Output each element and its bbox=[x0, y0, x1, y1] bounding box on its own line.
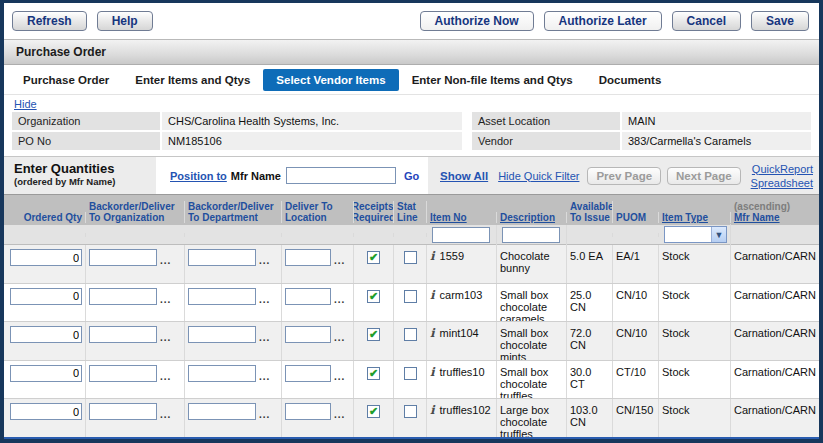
tab-enter-items-and-qtys[interactable]: Enter Items and Qtys bbox=[122, 69, 263, 91]
backorder-dept-input[interactable] bbox=[188, 249, 256, 266]
backorder-dept-lookup-button[interactable]: ... bbox=[259, 332, 270, 343]
position-to-mfr-name-input[interactable] bbox=[286, 167, 396, 184]
deliver-location-input[interactable] bbox=[285, 288, 331, 305]
go-link[interactable]: Go bbox=[404, 170, 419, 182]
item-no: 1559 bbox=[440, 250, 464, 262]
backorder-dept-input[interactable] bbox=[188, 365, 256, 382]
cancel-button[interactable]: Cancel bbox=[672, 11, 741, 31]
col-header-receipts-required: Receipts Required bbox=[354, 201, 394, 223]
stat-line-checkbox[interactable] bbox=[404, 328, 417, 341]
prev-page-button[interactable]: Prev Page bbox=[587, 167, 661, 185]
backorder-dept-lookup-button[interactable]: ... bbox=[259, 409, 270, 420]
authorize-later-button[interactable]: Authorize Later bbox=[544, 11, 662, 31]
receipts-required-checkbox[interactable]: ✔ bbox=[367, 405, 380, 418]
purchase-order-window: Refresh Help Authorize Now Authorize Lat… bbox=[0, 0, 823, 443]
item-info-icon[interactable]: i bbox=[430, 288, 435, 302]
enter-quantities-bar: Enter Quantities (ordered by Mfr Name) P… bbox=[4, 156, 819, 194]
receipts-required-checkbox[interactable]: ✔ bbox=[367, 367, 380, 380]
checkmark: ✔ bbox=[369, 368, 378, 379]
spreadsheet-link[interactable]: Spreadsheet bbox=[751, 176, 813, 190]
deliver-location-input[interactable] bbox=[285, 326, 331, 343]
quickreport-link[interactable]: QuickReport bbox=[751, 162, 813, 176]
backorder-dept-input[interactable] bbox=[188, 403, 256, 420]
item-type: Stock bbox=[662, 324, 690, 358]
po-no-label: PO No bbox=[12, 132, 160, 150]
position-to-link[interactable]: Position to bbox=[170, 170, 227, 182]
item-info-icon[interactable]: i bbox=[430, 365, 435, 379]
deliver-location-input[interactable] bbox=[285, 403, 331, 420]
dropdown-arrow-icon: ▼ bbox=[711, 227, 726, 242]
filter-item-no-input[interactable] bbox=[432, 227, 490, 243]
col-header-item-no-sort-link[interactable]: Item No bbox=[430, 212, 467, 223]
item-info-icon[interactable]: i bbox=[430, 326, 435, 340]
save-button[interactable]: Save bbox=[751, 11, 809, 31]
hide-link[interactable]: Hide bbox=[14, 98, 37, 110]
deliver-location-lookup-button[interactable]: ... bbox=[334, 409, 345, 420]
filter-description-input[interactable] bbox=[502, 227, 560, 243]
backorder-dept-lookup-button[interactable]: ... bbox=[259, 371, 270, 382]
deliver-location-input[interactable] bbox=[285, 365, 331, 382]
backorder-org-input[interactable] bbox=[89, 249, 157, 266]
refresh-button[interactable]: Refresh bbox=[12, 11, 87, 31]
item-info-icon[interactable]: i bbox=[430, 249, 435, 263]
tab-enter-non-file-items-and-qtys[interactable]: Enter Non-file Items and Qtys bbox=[399, 69, 586, 91]
stat-line-checkbox[interactable] bbox=[404, 405, 417, 418]
ordered-qty-input[interactable] bbox=[10, 365, 82, 382]
item-type: Stock bbox=[662, 363, 690, 397]
backorder-dept-input[interactable] bbox=[188, 326, 256, 343]
tab-select-vendor-items[interactable]: Select Vendor Items bbox=[263, 69, 398, 91]
backorder-dept-lookup-button[interactable]: ... bbox=[259, 294, 270, 305]
receipts-required-checkbox[interactable]: ✔ bbox=[367, 290, 380, 303]
backorder-org-lookup-button[interactable]: ... bbox=[160, 332, 171, 343]
backorder-org-lookup-button[interactable]: ... bbox=[160, 294, 171, 305]
col-header-mfr-name: (ascending) Mfr Name bbox=[731, 201, 819, 223]
tab-documents[interactable]: Documents bbox=[586, 69, 675, 91]
deliver-location-lookup-button[interactable]: ... bbox=[334, 371, 345, 382]
backorder-org-input[interactable] bbox=[89, 365, 157, 382]
backorder-org-lookup-button[interactable]: ... bbox=[160, 409, 171, 420]
organization-value: CHS/Carolina Health Systems, Inc. bbox=[162, 112, 462, 130]
list-controls-group: Show All Hide Quick Filter Prev Page Nex… bbox=[428, 157, 819, 194]
receipts-required-checkbox[interactable]: ✔ bbox=[367, 251, 380, 264]
deliver-location-lookup-button[interactable]: ... bbox=[334, 255, 345, 266]
tab-purchase-order[interactable]: Purchase Order bbox=[10, 69, 122, 91]
item-type: Stock bbox=[662, 247, 690, 281]
hide-quick-filter-link[interactable]: Hide Quick Filter bbox=[498, 170, 579, 182]
table-row: ... ... ... ✔ icarm103 Small box chocola… bbox=[4, 284, 819, 323]
next-page-button[interactable]: Next Page bbox=[667, 167, 741, 185]
authorize-now-button[interactable]: Authorize Now bbox=[420, 11, 534, 31]
backorder-org-lookup-button[interactable]: ... bbox=[160, 371, 171, 382]
ordered-qty-input[interactable] bbox=[10, 403, 82, 420]
col-header-mfr-name-sort-link[interactable]: Mfr Name bbox=[734, 212, 780, 223]
ordered-qty-input[interactable] bbox=[10, 249, 82, 266]
deliver-location-lookup-button[interactable]: ... bbox=[334, 332, 345, 343]
receipts-required-checkbox[interactable]: ✔ bbox=[367, 328, 380, 341]
deliver-location-lookup-button[interactable]: ... bbox=[334, 294, 345, 305]
backorder-dept-input[interactable] bbox=[188, 288, 256, 305]
table-row: ... ... ... ✔ itruffles102 Large box cho… bbox=[4, 399, 819, 437]
backorder-org-input[interactable] bbox=[89, 326, 157, 343]
backorder-org-input[interactable] bbox=[89, 403, 157, 420]
stat-line-checkbox[interactable] bbox=[404, 367, 417, 380]
stat-line-checkbox[interactable] bbox=[404, 251, 417, 264]
col-header-ordered-qty: Ordered Qty bbox=[4, 212, 86, 223]
backorder-org-input[interactable] bbox=[89, 288, 157, 305]
col-header-description-sort-link[interactable]: Description bbox=[500, 212, 555, 223]
item-info-icon[interactable]: i bbox=[430, 403, 435, 417]
stat-line-checkbox[interactable] bbox=[404, 290, 417, 303]
ordered-qty-input[interactable] bbox=[10, 288, 82, 305]
deliver-location-input[interactable] bbox=[285, 249, 331, 266]
col-header-item-type-sort-link[interactable]: Item Type bbox=[662, 212, 708, 223]
col-header-backorder-dept: Backorder/Deliver To Department bbox=[185, 201, 282, 223]
help-button[interactable]: Help bbox=[97, 11, 153, 31]
backorder-dept-lookup-button[interactable]: ... bbox=[259, 255, 270, 266]
available-to-issue: 25.0 CN bbox=[570, 286, 609, 320]
asset-location-label: Asset Location bbox=[472, 112, 620, 130]
backorder-org-lookup-button[interactable]: ... bbox=[160, 255, 171, 266]
filter-item-type-select[interactable]: ▼ bbox=[664, 226, 727, 243]
ordered-qty-input[interactable] bbox=[10, 326, 82, 343]
show-all-link[interactable]: Show All bbox=[440, 170, 488, 182]
field-row-2: PO No NM185106 Vendor 383/Carmella's Car… bbox=[12, 132, 811, 150]
col-header-puom: PUOM bbox=[613, 212, 659, 223]
item-no: carm103 bbox=[440, 289, 483, 301]
